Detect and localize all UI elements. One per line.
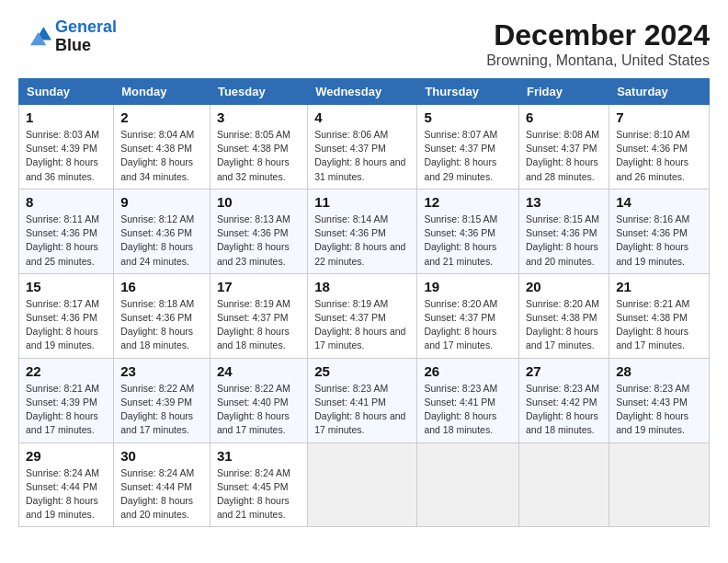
calendar-cell: 1 Sunrise: 8:03 AM Sunset: 4:39 PM Dayli… xyxy=(19,105,114,190)
calendar-cell: 5 Sunrise: 8:07 AM Sunset: 4:37 PM Dayli… xyxy=(417,105,519,190)
day-info: Sunrise: 8:23 AM Sunset: 4:41 PM Dayligh… xyxy=(424,382,512,438)
day-info: Sunrise: 8:14 AM Sunset: 4:36 PM Dayligh… xyxy=(314,213,410,269)
calendar-cell: 3 Sunrise: 8:05 AM Sunset: 4:38 PM Dayli… xyxy=(210,105,307,190)
calendar-cell: 21 Sunrise: 8:21 AM Sunset: 4:38 PM Dayl… xyxy=(609,273,710,358)
calendar-cell: 4 Sunrise: 8:06 AM Sunset: 4:37 PM Dayli… xyxy=(308,105,417,190)
day-number: 17 xyxy=(217,279,301,294)
logo-text: General Blue xyxy=(55,18,117,55)
header-tuesday: Tuesday xyxy=(210,79,307,105)
day-info: Sunrise: 8:24 AM Sunset: 4:44 PM Dayligh… xyxy=(120,466,203,523)
calendar-cell: 8 Sunrise: 8:11 AM Sunset: 4:36 PM Dayli… xyxy=(19,189,114,273)
header-thursday: Thursday xyxy=(417,79,519,105)
logo-icon xyxy=(18,20,51,53)
day-number: 28 xyxy=(616,363,702,379)
calendar-cell: 28 Sunrise: 8:23 AM Sunset: 4:43 PM Dayl… xyxy=(609,358,710,442)
day-number: 1 xyxy=(26,109,107,125)
day-number: 11 xyxy=(314,194,410,210)
day-number: 15 xyxy=(26,279,107,294)
day-number: 9 xyxy=(120,194,203,210)
calendar-cell: 18 Sunrise: 8:19 AM Sunset: 4:37 PM Dayl… xyxy=(308,273,417,358)
calendar-cell: 17 Sunrise: 8:19 AM Sunset: 4:37 PM Dayl… xyxy=(210,273,307,358)
day-info: Sunrise: 8:19 AM Sunset: 4:37 PM Dayligh… xyxy=(314,297,410,353)
calendar-header-row: SundayMondayTuesdayWednesdayThursdayFrid… xyxy=(19,79,710,105)
day-info: Sunrise: 8:19 AM Sunset: 4:37 PM Dayligh… xyxy=(217,297,301,353)
day-info: Sunrise: 8:20 AM Sunset: 4:37 PM Dayligh… xyxy=(424,297,512,353)
calendar-cell: 12 Sunrise: 8:15 AM Sunset: 4:36 PM Dayl… xyxy=(417,189,519,273)
header-wednesday: Wednesday xyxy=(308,79,417,105)
calendar-cell: 23 Sunrise: 8:22 AM Sunset: 4:39 PM Dayl… xyxy=(114,358,210,442)
calendar-cell xyxy=(609,442,710,527)
day-number: 12 xyxy=(424,194,512,210)
calendar-cell: 31 Sunrise: 8:24 AM Sunset: 4:45 PM Dayl… xyxy=(210,442,307,527)
day-info: Sunrise: 8:22 AM Sunset: 4:40 PM Dayligh… xyxy=(217,382,301,438)
calendar-week-4: 22 Sunrise: 8:21 AM Sunset: 4:39 PM Dayl… xyxy=(19,358,710,442)
day-info: Sunrise: 8:21 AM Sunset: 4:38 PM Dayligh… xyxy=(616,297,702,353)
day-number: 13 xyxy=(526,194,602,210)
day-info: Sunrise: 8:05 AM Sunset: 4:38 PM Dayligh… xyxy=(217,128,301,184)
calendar-cell: 13 Sunrise: 8:15 AM Sunset: 4:36 PM Dayl… xyxy=(518,189,609,273)
day-number: 25 xyxy=(314,363,410,379)
day-number: 6 xyxy=(526,109,602,125)
day-info: Sunrise: 8:23 AM Sunset: 4:41 PM Dayligh… xyxy=(314,382,410,438)
calendar-week-2: 8 Sunrise: 8:11 AM Sunset: 4:36 PM Dayli… xyxy=(19,189,710,273)
day-number: 5 xyxy=(424,109,512,125)
day-number: 20 xyxy=(526,279,602,294)
calendar-cell: 27 Sunrise: 8:23 AM Sunset: 4:42 PM Dayl… xyxy=(518,358,609,442)
day-info: Sunrise: 8:15 AM Sunset: 4:36 PM Dayligh… xyxy=(424,213,512,269)
day-info: Sunrise: 8:06 AM Sunset: 4:37 PM Dayligh… xyxy=(314,128,410,184)
day-info: Sunrise: 8:16 AM Sunset: 4:36 PM Dayligh… xyxy=(616,213,702,269)
day-info: Sunrise: 8:22 AM Sunset: 4:39 PM Dayligh… xyxy=(120,382,203,438)
calendar-week-5: 29 Sunrise: 8:24 AM Sunset: 4:44 PM Dayl… xyxy=(19,442,710,527)
day-info: Sunrise: 8:15 AM Sunset: 4:36 PM Dayligh… xyxy=(526,213,602,269)
calendar-cell: 26 Sunrise: 8:23 AM Sunset: 4:41 PM Dayl… xyxy=(417,358,519,442)
day-info: Sunrise: 8:24 AM Sunset: 4:45 PM Dayligh… xyxy=(217,466,301,523)
day-info: Sunrise: 8:04 AM Sunset: 4:38 PM Dayligh… xyxy=(120,128,203,184)
calendar-cell xyxy=(518,442,609,527)
day-number: 10 xyxy=(217,194,301,210)
calendar-cell: 15 Sunrise: 8:17 AM Sunset: 4:36 PM Dayl… xyxy=(19,273,114,358)
day-number: 27 xyxy=(526,363,602,379)
calendar-cell: 25 Sunrise: 8:23 AM Sunset: 4:41 PM Dayl… xyxy=(308,358,417,442)
calendar-cell: 19 Sunrise: 8:20 AM Sunset: 4:37 PM Dayl… xyxy=(417,273,519,358)
day-number: 26 xyxy=(424,363,512,379)
day-number: 16 xyxy=(120,279,203,294)
calendar-cell: 24 Sunrise: 8:22 AM Sunset: 4:40 PM Dayl… xyxy=(210,358,307,442)
day-number: 7 xyxy=(616,109,702,125)
calendar-cell xyxy=(308,442,417,527)
day-info: Sunrise: 8:11 AM Sunset: 4:36 PM Dayligh… xyxy=(26,213,107,269)
day-info: Sunrise: 8:24 AM Sunset: 4:44 PM Dayligh… xyxy=(26,466,107,523)
day-info: Sunrise: 8:20 AM Sunset: 4:38 PM Dayligh… xyxy=(526,297,602,353)
day-number: 30 xyxy=(120,448,203,464)
day-number: 4 xyxy=(314,109,410,125)
day-number: 24 xyxy=(217,363,301,379)
day-number: 8 xyxy=(26,194,107,210)
day-info: Sunrise: 8:12 AM Sunset: 4:36 PM Dayligh… xyxy=(120,213,203,269)
day-info: Sunrise: 8:18 AM Sunset: 4:36 PM Dayligh… xyxy=(120,297,203,353)
calendar-table: SundayMondayTuesdayWednesdayThursdayFrid… xyxy=(18,78,710,527)
calendar-cell: 16 Sunrise: 8:18 AM Sunset: 4:36 PM Dayl… xyxy=(114,273,210,358)
day-info: Sunrise: 8:23 AM Sunset: 4:43 PM Dayligh… xyxy=(616,382,702,438)
calendar-cell: 30 Sunrise: 8:24 AM Sunset: 4:44 PM Dayl… xyxy=(114,442,210,527)
calendar-cell: 22 Sunrise: 8:21 AM Sunset: 4:39 PM Dayl… xyxy=(19,358,114,442)
day-number: 2 xyxy=(120,109,203,125)
day-number: 21 xyxy=(616,279,702,294)
day-info: Sunrise: 8:03 AM Sunset: 4:39 PM Dayligh… xyxy=(26,128,107,184)
page-header: General Blue December 2024 Browning, Mon… xyxy=(18,18,710,69)
calendar-cell: 6 Sunrise: 8:08 AM Sunset: 4:37 PM Dayli… xyxy=(518,105,609,190)
calendar-cell: 20 Sunrise: 8:20 AM Sunset: 4:38 PM Dayl… xyxy=(518,273,609,358)
day-number: 19 xyxy=(424,279,512,294)
calendar-week-3: 15 Sunrise: 8:17 AM Sunset: 4:36 PM Dayl… xyxy=(19,273,710,358)
day-info: Sunrise: 8:13 AM Sunset: 4:36 PM Dayligh… xyxy=(217,213,301,269)
logo: General Blue xyxy=(18,18,117,55)
calendar-cell: 29 Sunrise: 8:24 AM Sunset: 4:44 PM Dayl… xyxy=(19,442,114,527)
day-info: Sunrise: 8:17 AM Sunset: 4:36 PM Dayligh… xyxy=(26,297,107,353)
day-number: 18 xyxy=(314,279,410,294)
calendar-cell xyxy=(417,442,519,527)
day-number: 29 xyxy=(26,448,107,464)
title-block: December 2024 Browning, Montana, United … xyxy=(486,18,710,69)
header-monday: Monday xyxy=(114,79,210,105)
calendar-cell: 14 Sunrise: 8:16 AM Sunset: 4:36 PM Dayl… xyxy=(609,189,710,273)
calendar-cell: 11 Sunrise: 8:14 AM Sunset: 4:36 PM Dayl… xyxy=(308,189,417,273)
calendar-cell: 7 Sunrise: 8:10 AM Sunset: 4:36 PM Dayli… xyxy=(609,105,710,190)
day-number: 3 xyxy=(217,109,301,125)
